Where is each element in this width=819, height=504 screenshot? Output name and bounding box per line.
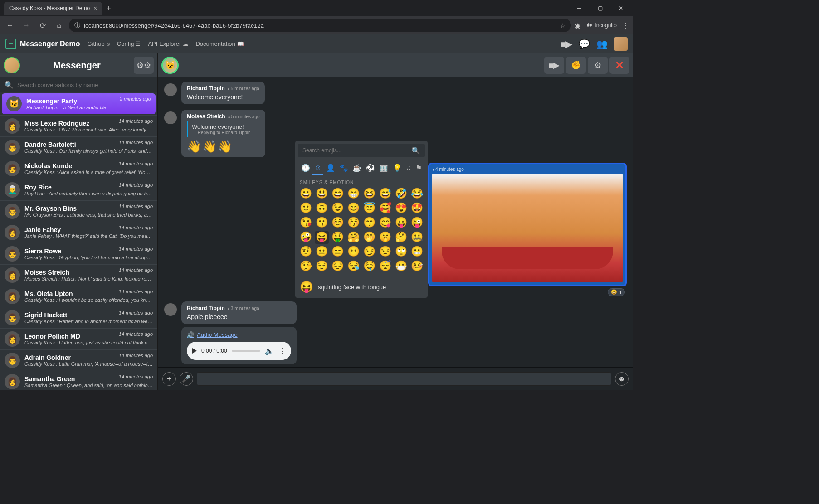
- audio-progress[interactable]: [232, 350, 260, 352]
- nav-docs[interactable]: Documentation📖: [195, 40, 244, 47]
- emoji-cell[interactable]: 😔: [331, 260, 345, 273]
- knock-button[interactable]: ✊: [566, 57, 586, 74]
- emoji-cell[interactable]: 🤐: [410, 231, 424, 244]
- message-avatar[interactable]: [164, 83, 177, 96]
- emoji-cell[interactable]: 😌: [315, 260, 329, 273]
- emoji-tab-travel[interactable]: 🏢: [377, 162, 390, 175]
- emoji-cell[interactable]: 😜: [410, 217, 424, 229]
- play-icon[interactable]: [192, 348, 197, 354]
- conversation-item[interactable]: 👨 Sigrid Hackett Cassidy Koss : Hatter: …: [0, 307, 157, 328]
- message-input[interactable]: [197, 372, 611, 386]
- emoji-cell[interactable]: 🤒: [410, 260, 424, 273]
- home-icon[interactable]: ⌂: [53, 19, 65, 32]
- tab-close-icon[interactable]: ×: [93, 5, 97, 12]
- emoji-cell[interactable]: 😁: [346, 188, 361, 200]
- conversation-item[interactable]: 👨 Sierra Rowe Cassidy Koss : Gryphon, 'y…: [0, 243, 157, 264]
- video-icon[interactable]: ■▶: [560, 39, 572, 49]
- emoji-tab-activity[interactable]: ⚽: [364, 162, 377, 175]
- emoji-tab-objects[interactable]: 💡: [391, 162, 404, 175]
- emoji-cell[interactable]: 😛: [394, 217, 408, 229]
- browser-tab[interactable]: Cassidy Koss - Messenger Demo ×: [4, 2, 102, 15]
- nav-api-explorer[interactable]: API Explorer☁: [148, 40, 188, 47]
- emoji-cell[interactable]: 😃: [315, 188, 329, 200]
- url-bar[interactable]: ⓘ localhost:8000/messenger/942e4166-6467…: [69, 19, 571, 32]
- emoji-cell[interactable]: 🤩: [410, 202, 424, 215]
- emoji-cell[interactable]: 🙄: [394, 246, 408, 258]
- emoji-cell[interactable]: 🤗: [346, 231, 361, 244]
- emoji-cell[interactable]: 🤨: [299, 246, 313, 258]
- forward-icon[interactable]: →: [20, 19, 33, 32]
- conversation-item[interactable]: 🐱 Messenger Party Richard Tippin : ♫ Sen…: [2, 93, 156, 114]
- audio-menu-icon[interactable]: ⋮: [278, 347, 286, 355]
- app-logo[interactable]: ≣ Messenger Demo: [5, 39, 80, 49]
- nav-config[interactable]: Config☰: [117, 40, 141, 47]
- emoji-cell[interactable]: 🤣: [394, 188, 408, 200]
- emoji-cell[interactable]: 😪: [346, 260, 361, 273]
- reload-icon[interactable]: ⟳: [36, 19, 49, 32]
- emoji-cell[interactable]: 🤤: [362, 260, 376, 273]
- conversation-item[interactable]: 👩 Moises Streich Moises Streich : Hatter…: [0, 264, 157, 286]
- emoji-tab-flags[interactable]: ⚑: [414, 162, 424, 175]
- chat-icon[interactable]: 💬: [579, 39, 590, 49]
- incognito-badge[interactable]: 🕶 Incognito: [586, 22, 617, 29]
- emoji-cell[interactable]: 🤭: [362, 231, 376, 244]
- emoji-tab-people[interactable]: 👤: [324, 162, 337, 175]
- browser-menu-icon[interactable]: ⋮: [622, 21, 629, 30]
- emoji-search-input[interactable]: [302, 147, 411, 154]
- voice-button[interactable]: 🎤: [180, 372, 193, 386]
- emoji-cell[interactable]: 🤪: [299, 231, 313, 244]
- emoji-tab-food[interactable]: ☕: [351, 162, 363, 175]
- emoji-cell[interactable]: 🤥: [299, 260, 313, 273]
- emoji-cell[interactable]: 😅: [378, 188, 392, 200]
- window-close-icon[interactable]: ✕: [610, 1, 631, 15]
- video-call-button[interactable]: ■▶: [544, 57, 564, 74]
- emoji-cell[interactable]: 😘: [299, 217, 313, 229]
- conversation-item[interactable]: 👨‍🦳 Roy Rice Roy Rice : And certainly th…: [0, 179, 157, 200]
- emoji-cell[interactable]: 😄: [331, 188, 345, 200]
- message-avatar[interactable]: [164, 303, 177, 316]
- user-avatar[interactable]: [614, 37, 628, 51]
- emoji-cell[interactable]: 😷: [394, 260, 408, 273]
- friends-icon[interactable]: 👥: [596, 39, 608, 49]
- close-thread-button[interactable]: ✕: [609, 57, 629, 74]
- emoji-cell[interactable]: 😴: [378, 260, 392, 273]
- emoji-tab-smileys[interactable]: ☺: [312, 162, 323, 175]
- emoji-cell[interactable]: 🙂: [299, 202, 313, 215]
- emoji-cell[interactable]: 😶: [346, 246, 361, 258]
- conversation-item[interactable]: 🧑 Nickolas Kunde Cassidy Koss : Alice as…: [0, 158, 157, 179]
- emoji-cell[interactable]: 😋: [378, 217, 392, 229]
- emoji-cell[interactable]: 🙃: [315, 202, 329, 215]
- emoji-cell[interactable]: ☺️: [331, 217, 345, 229]
- audio-player[interactable]: 0:00 / 0:00 🔈 ⋮: [187, 342, 291, 360]
- emoji-cell[interactable]: 🤔: [394, 231, 408, 244]
- message-bubble[interactable]: Richard Tippin3 minutes ago Apple pieeee…: [181, 301, 297, 324]
- bookmark-icon[interactable]: ☆: [560, 22, 566, 29]
- image-message[interactable]: 4 minutes ago: [428, 163, 627, 286]
- emoji-search[interactable]: 🔍: [298, 144, 425, 157]
- emoji-cell[interactable]: 😉: [331, 202, 345, 215]
- emoji-cell[interactable]: 😀: [299, 188, 313, 200]
- minimize-icon[interactable]: ─: [569, 1, 590, 15]
- site-info-icon[interactable]: ⓘ: [74, 21, 80, 29]
- emoji-tab-recent[interactable]: 🕘: [299, 162, 312, 175]
- conversation-item[interactable]: 👩 Ms. Oleta Upton Cassidy Koss : I would…: [0, 286, 157, 307]
- emoji-button[interactable]: ☻: [615, 372, 629, 386]
- emoji-cell[interactable]: 😗: [315, 217, 329, 229]
- emoji-cell[interactable]: 🤫: [378, 231, 392, 244]
- emoji-cell[interactable]: 🥰: [378, 202, 392, 215]
- volume-icon[interactable]: 🔈: [265, 347, 274, 355]
- attach-button[interactable]: ＋: [162, 372, 176, 386]
- emoji-cell[interactable]: 😇: [362, 202, 376, 215]
- conversation-search-input[interactable]: [17, 82, 153, 88]
- emoji-cell[interactable]: 😑: [331, 246, 345, 258]
- conversation-item[interactable]: 👨 Mr. Grayson Bins Mr. Grayson Bins : La…: [0, 200, 157, 222]
- emoji-cell[interactable]: 😊: [346, 202, 361, 215]
- emoji-cell[interactable]: 😂: [410, 188, 424, 200]
- conversation-item[interactable]: 👩 Miss Lexie Rodriguez Cassidy Koss : Of…: [0, 115, 157, 136]
- emoji-cell[interactable]: 😍: [394, 202, 408, 215]
- conversation-item[interactable]: 👩 Janie Fahey Janie Fahey : WHAT things?…: [0, 222, 157, 243]
- maximize-icon[interactable]: ▢: [590, 1, 610, 15]
- settings-button[interactable]: ⚙⚙: [134, 57, 154, 74]
- audio-message[interactable]: 🔊Audio Message 0:00 / 0:00 🔈 ⋮: [181, 327, 297, 364]
- message-avatar[interactable]: [164, 111, 177, 124]
